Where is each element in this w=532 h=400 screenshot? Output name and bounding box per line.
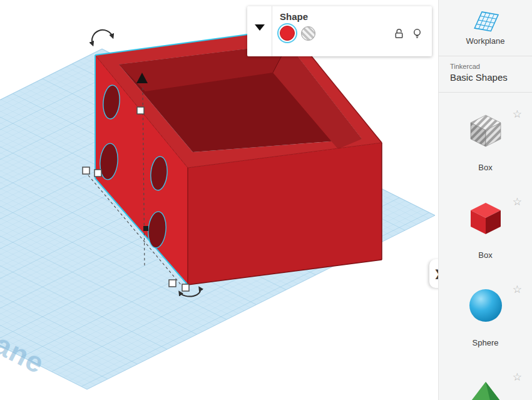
shape-gallery: ☆ (439, 93, 532, 400)
visibility-button[interactable] (411, 28, 423, 39)
midpoint-handle[interactable] (143, 226, 148, 231)
favorite-star-icon[interactable]: ☆ (513, 109, 522, 120)
shape-item-box[interactable]: ☆ Box (439, 193, 532, 280)
shape-item-roof[interactable]: ☆ (439, 368, 532, 400)
viewport-3d[interactable]: ane Shape (0, 0, 438, 400)
bulb-icon (411, 28, 423, 39)
shape-item-label: Box (439, 163, 532, 172)
chevron-right-icon: ❯ (434, 268, 438, 279)
favorite-star-icon[interactable]: ☆ (513, 284, 522, 295)
category-label: Basic Shapes (450, 72, 532, 83)
brand-label: Tinkercad (450, 63, 532, 70)
scale-handle[interactable] (182, 284, 189, 291)
workplane-label: Workplane (466, 36, 505, 46)
scale-handle[interactable] (169, 280, 176, 287)
shape-inspector-body: Shape (272, 6, 432, 56)
shape-category-selector[interactable]: Tinkercad Basic Shapes (439, 56, 532, 93)
favorite-star-icon[interactable]: ☆ (513, 197, 522, 207)
shape-inspector-panel: Shape (247, 6, 432, 56)
shape-item-sphere[interactable]: ☆ Sphere (439, 280, 532, 368)
caret-down-icon (255, 24, 265, 31)
scale-handle[interactable] (95, 170, 101, 177)
scene-canvas[interactable] (0, 0, 438, 400)
color-swatch-solid[interactable] (280, 26, 295, 41)
shape-options-toggle[interactable] (247, 6, 272, 56)
scale-handle[interactable] (83, 167, 90, 174)
sidebar-collapse-button[interactable]: ❯ (429, 259, 438, 288)
workplane-icon (471, 10, 500, 33)
shape-item-box-hole[interactable]: ☆ (439, 105, 532, 193)
unlock-icon (393, 28, 405, 39)
material-swatch-hole[interactable] (301, 26, 315, 41)
lock-button[interactable] (393, 28, 405, 39)
scale-handle[interactable] (137, 107, 144, 114)
panel-title: Shape (280, 11, 423, 22)
workplane-tool[interactable]: Workplane (439, 0, 532, 56)
tinkercad-app: ane Shape (0, 0, 532, 400)
favorite-star-icon[interactable]: ☆ (513, 372, 522, 382)
shapes-sidebar: Workplane Tinkercad Basic Shapes ☆ (438, 0, 532, 400)
shape-item-label: Box (439, 250, 532, 260)
swatch-row (280, 26, 423, 41)
shape-item-label: Sphere (439, 338, 532, 347)
